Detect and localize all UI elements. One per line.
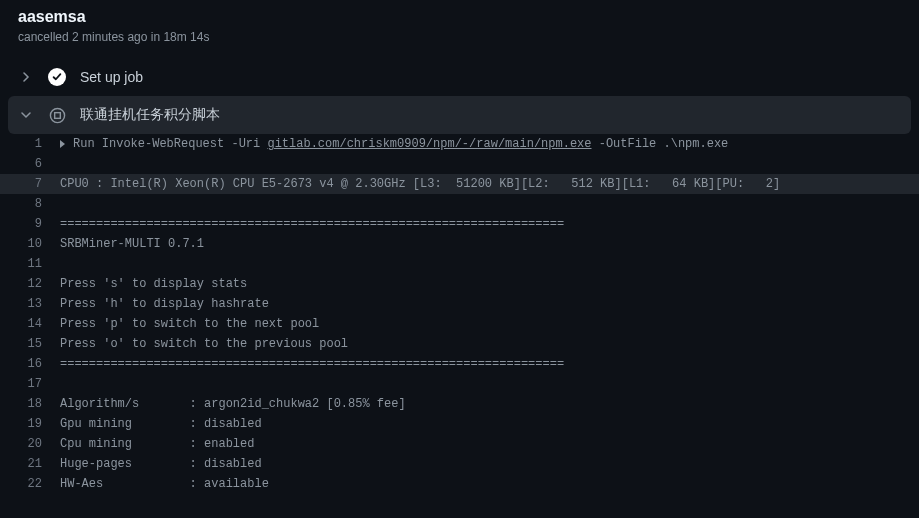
log-line[interactable]: 7CPU0 : Intel(R) Xeon(R) CPU E5-2673 v4 … [0, 174, 919, 194]
log-line[interactable]: 9=======================================… [0, 214, 919, 234]
step-setup-label: Set up job [80, 69, 143, 85]
log-line[interactable]: 21Huge-pages : disabled [0, 454, 919, 474]
log-line[interactable]: 6 [0, 154, 919, 174]
workflow-title: aasemsa [18, 8, 901, 26]
log-line[interactable]: 13Press 'h' to display hashrate [0, 294, 919, 314]
line-number: 8 [0, 194, 60, 214]
line-content: Press 'o' to switch to the previous pool [60, 334, 919, 354]
log-line[interactable]: 12Press 's' to display stats [0, 274, 919, 294]
workflow-header: aasemsa cancelled 2 minutes ago in 18m 1… [0, 0, 919, 58]
line-content: ========================================… [60, 214, 919, 234]
log-line[interactable]: 17 [0, 374, 919, 394]
line-number: 12 [0, 274, 60, 294]
workflow-subtitle: cancelled 2 minutes ago in 18m 14s [18, 30, 901, 44]
log-line[interactable]: 19Gpu mining : disabled [0, 414, 919, 434]
line-content: Press 'p' to switch to the next pool [60, 314, 919, 334]
log-line[interactable]: 14Press 'p' to switch to the next pool [0, 314, 919, 334]
expand-triangle-icon[interactable] [60, 140, 65, 148]
log-line[interactable]: 1Run Invoke-WebRequest -Uri gitlab.com/c… [0, 134, 919, 154]
line-content: Algorithm/s : argon2id_chukwa2 [0.85% fe… [60, 394, 919, 414]
cancelled-icon [48, 106, 66, 124]
line-number: 7 [0, 174, 60, 194]
line-content: HW-Aes : available [60, 474, 919, 494]
line-number: 11 [0, 254, 60, 274]
line-number: 10 [0, 234, 60, 254]
svg-point-1 [50, 108, 64, 122]
line-content: SRBMiner-MULTI 0.7.1 [60, 234, 919, 254]
line-content: Run Invoke-WebRequest -Uri gitlab.com/ch… [60, 134, 919, 154]
line-number: 22 [0, 474, 60, 494]
log-line[interactable]: 10SRBMiner-MULTI 0.7.1 [0, 234, 919, 254]
line-content: Huge-pages : disabled [60, 454, 919, 474]
log-line[interactable]: 8 [0, 194, 919, 214]
svg-rect-2 [54, 112, 60, 118]
line-number: 6 [0, 154, 60, 174]
line-content: Press 'h' to display hashrate [60, 294, 919, 314]
log-line[interactable]: 22HW-Aes : available [0, 474, 919, 494]
log-line[interactable]: 20Cpu mining : enabled [0, 434, 919, 454]
line-content: Cpu mining : enabled [60, 434, 919, 454]
log-line[interactable]: 18Algorithm/s : argon2id_chukwa2 [0.85% … [0, 394, 919, 414]
line-number: 21 [0, 454, 60, 474]
line-number: 13 [0, 294, 60, 314]
line-content: Press 's' to display stats [60, 274, 919, 294]
log-link[interactable]: gitlab.com/chriskm0909/npm/-/raw/main/np… [267, 137, 591, 151]
line-number: 17 [0, 374, 60, 394]
line-number: 9 [0, 214, 60, 234]
step-script[interactable]: 联通挂机任务积分脚本 [8, 96, 911, 134]
line-number: 18 [0, 394, 60, 414]
check-circle-icon [48, 68, 66, 86]
step-script-label: 联通挂机任务积分脚本 [80, 106, 220, 124]
line-content: ========================================… [60, 354, 919, 374]
line-number: 15 [0, 334, 60, 354]
log-line[interactable]: 11 [0, 254, 919, 274]
line-content: CPU0 : Intel(R) Xeon(R) CPU E5-2673 v4 @… [60, 174, 919, 194]
line-number: 16 [0, 354, 60, 374]
chevron-down-icon[interactable] [18, 107, 34, 123]
line-number: 1 [0, 134, 60, 154]
chevron-right-icon[interactable] [18, 69, 34, 85]
log-line[interactable]: 16======================================… [0, 354, 919, 374]
log-output[interactable]: 1Run Invoke-WebRequest -Uri gitlab.com/c… [0, 134, 919, 494]
line-content: Gpu mining : disabled [60, 414, 919, 434]
log-line[interactable]: 15Press 'o' to switch to the previous po… [0, 334, 919, 354]
line-number: 14 [0, 314, 60, 334]
line-number: 19 [0, 414, 60, 434]
step-setup-job[interactable]: Set up job [0, 58, 919, 96]
line-number: 20 [0, 434, 60, 454]
